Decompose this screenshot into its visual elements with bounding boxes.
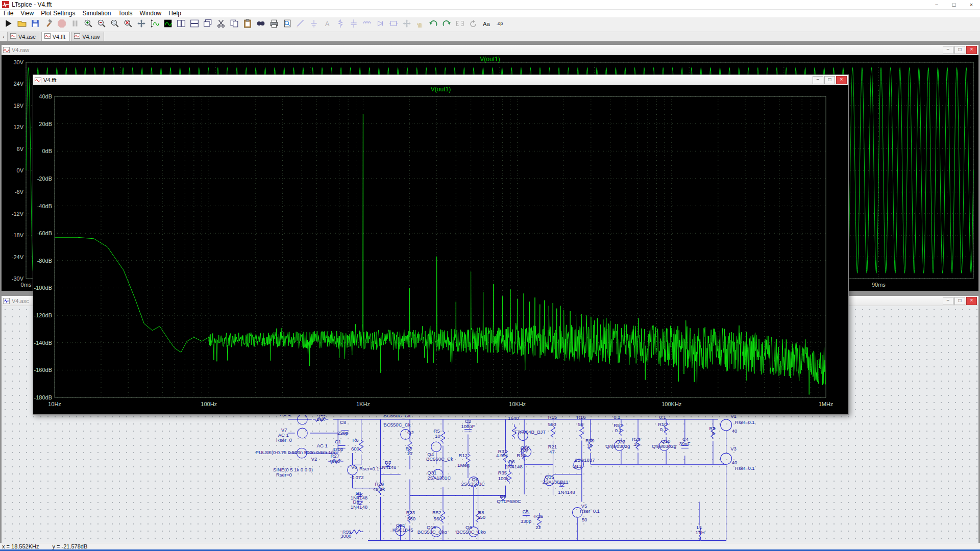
mirror-button[interactable] <box>454 18 466 31</box>
raw-minimize-button[interactable]: − <box>943 46 953 54</box>
svg-text:18V: 18V <box>13 103 23 109</box>
svg-text:-24V: -24V <box>12 254 24 260</box>
raw-title-bar[interactable]: V4.raw − □ × <box>2 45 978 55</box>
tile-horizontal-button[interactable] <box>188 18 201 31</box>
svg-text:V2: V2 <box>311 456 317 462</box>
minimize-button[interactable]: − <box>928 0 945 9</box>
place-diode-button[interactable] <box>374 18 386 31</box>
svg-text:C5: C5 <box>523 509 529 514</box>
undo-button[interactable] <box>427 18 439 31</box>
svg-text:20dB: 20dB <box>39 121 52 127</box>
svg-text:KSC1845: KSC1845 <box>393 527 413 533</box>
print-preview-button[interactable] <box>281 18 293 31</box>
autorange-y-button[interactable] <box>149 18 161 31</box>
svg-text:Qnjw0302g: Qnjw0302g <box>652 443 676 449</box>
raw-close-button[interactable]: × <box>966 46 977 54</box>
place-capacitor-icon <box>349 19 358 30</box>
print-button[interactable] <box>268 18 280 31</box>
svg-text:Aa: Aa <box>483 21 491 27</box>
svg-text:2SC3503C: 2SC3503C <box>461 481 485 487</box>
svg-text:Rser=0.1: Rser=0.1 <box>735 419 755 425</box>
svg-text:-20dB: -20dB <box>37 176 52 182</box>
control-panel-button[interactable] <box>42 18 55 31</box>
run-button[interactable] <box>3 18 15 31</box>
fft-doc-icon <box>35 77 41 83</box>
fft-restore-button[interactable]: □ <box>824 76 835 84</box>
halt-button[interactable] <box>56 18 68 31</box>
schematic-restore-button[interactable]: □ <box>954 297 965 305</box>
place-label-button[interactable]: A <box>321 18 333 31</box>
spice-directive-button[interactable]: .op <box>494 18 506 31</box>
close-button[interactable]: × <box>963 0 980 9</box>
zoom-full-button[interactable] <box>122 18 134 31</box>
tab-v4-asc[interactable]: V4.asc <box>7 32 40 41</box>
svg-text:10KHz: 10KHz <box>509 401 526 407</box>
svg-text:TTA004B_BJT: TTA004B_BJT <box>514 429 546 435</box>
tab-v4-raw[interactable]: V4.raw <box>71 32 104 41</box>
place-component-button[interactable] <box>387 18 400 31</box>
svg-text:0.1: 0.1 <box>615 428 622 433</box>
schematic-close-button[interactable]: × <box>966 297 977 305</box>
svg-text:QTLP690C: QTLP690C <box>497 498 521 504</box>
paste-button[interactable] <box>241 18 254 31</box>
place-capacitor-button[interactable] <box>348 18 360 31</box>
redo-button[interactable] <box>440 18 453 31</box>
drag-icon <box>415 19 425 30</box>
move-button[interactable] <box>401 18 413 31</box>
place-ground-button[interactable] <box>308 18 320 31</box>
place-inductor-button[interactable] <box>361 18 373 31</box>
menu-help[interactable]: Help <box>165 10 185 17</box>
svg-text:-180dB: -180dB <box>34 394 52 400</box>
find-button[interactable] <box>255 18 267 31</box>
zoom-out-button[interactable] <box>95 18 108 31</box>
drag-button[interactable] <box>414 18 426 31</box>
svg-text:Q13: Q13 <box>572 463 581 469</box>
cascade-icon <box>203 19 212 30</box>
pan-button[interactable] <box>135 18 148 31</box>
svg-text:10: 10 <box>633 441 639 447</box>
menu-file[interactable]: File <box>0 10 17 17</box>
svg-text:2SA1381C: 2SA1381C <box>427 475 451 481</box>
app-icon <box>2 1 9 8</box>
text-button[interactable]: Aa <box>480 18 493 31</box>
svg-text:330p: 330p <box>521 518 531 524</box>
menu-simulation[interactable]: Simulation <box>79 10 115 17</box>
fft-minimize-button[interactable]: − <box>813 76 823 84</box>
menu-plot-settings[interactable]: Plot Settings <box>37 10 79 17</box>
menu-tools[interactable]: Tools <box>115 10 136 17</box>
open-button[interactable] <box>16 18 28 31</box>
raw-restore-button[interactable]: □ <box>954 46 965 54</box>
pause-button[interactable] <box>69 18 81 31</box>
rotate-button[interactable] <box>467 18 479 31</box>
fft-close-button[interactable]: × <box>836 76 847 84</box>
tab-scroll-left[interactable]: ‹ <box>0 33 7 41</box>
plot-settings-button[interactable] <box>162 18 174 31</box>
svg-text:V6: V6 <box>351 464 357 470</box>
tile-vertical-button[interactable] <box>175 18 187 31</box>
cut-button[interactable] <box>215 18 227 31</box>
zoom-in-button[interactable] <box>82 18 94 31</box>
title-bar[interactable]: LTspice - V4.fft − □ × <box>0 0 980 10</box>
copy-button[interactable] <box>228 18 240 31</box>
cascade-button[interactable] <box>202 18 214 31</box>
tab-waveform-icon <box>10 33 16 40</box>
svg-text:560: 560 <box>434 516 442 521</box>
place-resistor-button[interactable] <box>334 18 347 31</box>
svg-text:R52: R52 <box>432 510 441 515</box>
svg-text:2SA1837: 2SA1837 <box>575 457 595 463</box>
save-button[interactable] <box>29 18 41 31</box>
maximize-button[interactable]: □ <box>945 0 963 9</box>
fft-plot[interactable]: 40dB20dB0dB-20dB-40dB-60dB-80dB-100dB-12… <box>33 85 847 414</box>
tab-v4-fft[interactable]: V4.fft <box>41 32 70 41</box>
fft-title-bar[interactable]: V4.fft − □ × <box>33 75 848 85</box>
svg-text:R18: R18 <box>517 453 525 458</box>
svg-text:2SA1381: 2SA1381 <box>543 479 562 485</box>
menu-view[interactable]: View <box>17 10 37 17</box>
schematic-minimize-button[interactable]: − <box>943 297 953 305</box>
zoom-area-button[interactable] <box>109 18 121 31</box>
svg-text:R6: R6 <box>352 437 358 443</box>
svg-text:24V: 24V <box>13 81 23 87</box>
draw-wire-button[interactable] <box>295 18 307 31</box>
menu-window[interactable]: Window <box>136 10 165 17</box>
svg-text:R35: R35 <box>498 470 507 475</box>
